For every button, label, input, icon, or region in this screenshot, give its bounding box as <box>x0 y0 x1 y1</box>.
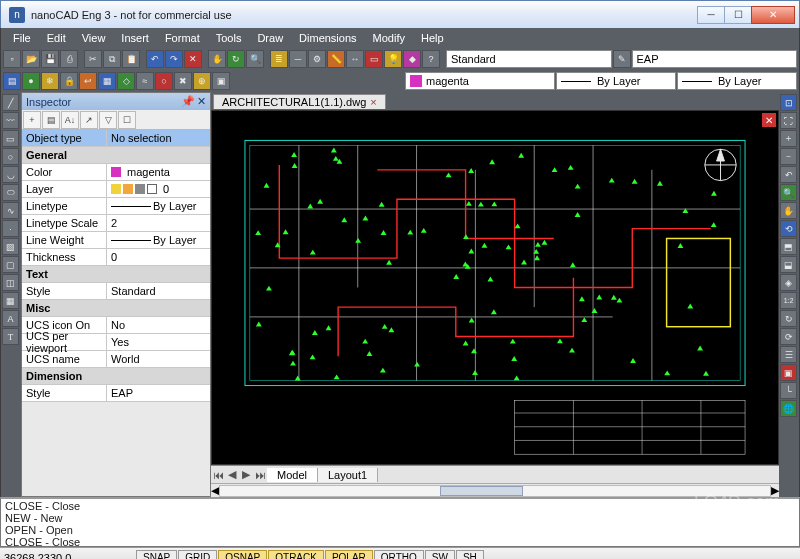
tab-layout1[interactable]: Layout1 <box>318 468 378 482</box>
measure-icon[interactable]: 📏 <box>327 50 345 68</box>
ucs-icon[interactable]: └ <box>780 382 797 399</box>
tab-last-icon[interactable]: ⏭ <box>253 469 267 481</box>
view-top-icon[interactable]: ⬒ <box>780 238 797 255</box>
menu-view[interactable]: View <box>74 30 114 46</box>
menu-modify[interactable]: Modify <box>365 30 413 46</box>
layer-lock-icon[interactable]: 🔒 <box>60 72 78 90</box>
render-icon[interactable]: ◆ <box>403 50 421 68</box>
prop-row[interactable]: UCS per viewportYes <box>22 334 210 351</box>
layers-icon[interactable]: ≣ <box>270 50 288 68</box>
tab-next-icon[interactable]: ▶ <box>239 468 253 481</box>
prop-row[interactable]: Linetype By Layer <box>22 198 210 215</box>
regen-all-icon[interactable]: ↻ <box>780 310 797 327</box>
menu-tools[interactable]: Tools <box>208 30 250 46</box>
redo-icon[interactable]: ↷ <box>165 50 183 68</box>
layer-del-icon[interactable]: ✖ <box>174 72 192 90</box>
menu-edit[interactable]: Edit <box>39 30 74 46</box>
prop-row[interactable]: StyleStandard <box>22 283 210 300</box>
zoom-realtime-icon[interactable]: 🔍 <box>780 184 797 201</box>
command-line[interactable]: CLOSE - Close NEW - New OPEN - Open CLOS… <box>0 497 800 547</box>
toggle-osnap[interactable]: OSNAP <box>218 550 267 559</box>
vport-icon[interactable]: ▣ <box>780 364 797 381</box>
orbit-icon[interactable]: ⟲ <box>780 220 797 237</box>
redraw-icon[interactable]: ⟳ <box>780 328 797 345</box>
prop-group-text[interactable]: Text <box>22 266 210 283</box>
dist-icon[interactable]: ↔ <box>346 50 364 68</box>
layer-freeze-icon[interactable]: ❄ <box>41 72 59 90</box>
dtext-tool-icon[interactable]: T <box>2 328 19 345</box>
dimstyle-field[interactable]: Standard <box>446 50 612 68</box>
paste-icon[interactable]: 📋 <box>122 50 140 68</box>
light-icon[interactable]: 💡 <box>384 50 402 68</box>
block-tool-icon[interactable]: ◫ <box>2 274 19 291</box>
copy-icon[interactable]: ⧉ <box>103 50 121 68</box>
layer-state-icon[interactable]: ▣ <box>212 72 230 90</box>
cut-icon[interactable]: ✂ <box>84 50 102 68</box>
close-button[interactable]: ✕ <box>751 6 795 24</box>
rect-tool-icon[interactable]: ▭ <box>2 130 19 147</box>
prop-row[interactable]: Colormagenta <box>22 164 210 181</box>
ellipse-tool-icon[interactable]: ⬭ <box>2 184 19 201</box>
line-tool-icon[interactable]: ╱ <box>2 94 19 111</box>
zoom-extents-icon[interactable]: ⛶ <box>780 112 797 129</box>
named-views-icon[interactable]: ☰ <box>780 346 797 363</box>
linetype-field[interactable]: By Layer <box>556 72 676 90</box>
inspector-pin-icon[interactable]: 📌 <box>181 95 195 108</box>
inspector-close-icon[interactable]: ✕ <box>197 95 206 108</box>
properties-icon[interactable]: ⚙ <box>308 50 326 68</box>
arc-tool-icon[interactable]: ◡ <box>2 166 19 183</box>
prop-row[interactable]: UCS nameWorld <box>22 351 210 368</box>
zoom-window-icon[interactable]: ⊡ <box>780 94 797 111</box>
point-tool-icon[interactable]: · <box>2 220 19 237</box>
zoom-prev-icon[interactable]: ↶ <box>780 166 797 183</box>
toggle-sw[interactable]: SW <box>425 550 455 559</box>
layer-off-icon[interactable]: ○ <box>155 72 173 90</box>
drawing-canvas[interactable]: ✕ <box>211 110 779 465</box>
view-iso-icon[interactable]: ◈ <box>780 274 797 291</box>
viewport-close-icon[interactable]: ✕ <box>762 113 776 127</box>
mtext-tool-icon[interactable]: A <box>2 310 19 327</box>
menu-dimensions[interactable]: Dimensions <box>291 30 364 46</box>
spline-tool-icon[interactable]: ∿ <box>2 202 19 219</box>
insp-filter-icon[interactable]: ▽ <box>99 111 117 129</box>
toggle-polar[interactable]: POLAR <box>325 550 373 559</box>
prop-row[interactable]: StyleEAP <box>22 385 210 402</box>
prop-group-general[interactable]: General <box>22 147 210 164</box>
color-field[interactable]: magenta <box>405 72 555 90</box>
open-icon[interactable]: 📂 <box>22 50 40 68</box>
textstyle-field[interactable]: EAP <box>632 50 798 68</box>
erase-icon[interactable]: ✕ <box>184 50 202 68</box>
menu-format[interactable]: Format <box>157 30 208 46</box>
zoom-icon[interactable]: 🔍 <box>246 50 264 68</box>
toggle-ortho[interactable]: ORTHO <box>374 550 424 559</box>
layer-manager-icon[interactable]: ▤ <box>3 72 21 90</box>
lineweight-field[interactable]: By Layer <box>677 72 797 90</box>
insp-sort-icon[interactable]: A↓ <box>61 111 79 129</box>
document-tab-close-icon[interactable]: × <box>370 96 376 108</box>
prop-row[interactable]: Layer0 <box>22 181 210 198</box>
prop-group-dimension[interactable]: Dimension <box>22 368 210 385</box>
undo-icon[interactable]: ↶ <box>146 50 164 68</box>
layer-merge-icon[interactable]: ⊕ <box>193 72 211 90</box>
polyline-tool-icon[interactable]: 〰 <box>2 112 19 129</box>
menu-insert[interactable]: Insert <box>113 30 157 46</box>
document-tab-active[interactable]: ARCHITECTURAL1(1.1).dwg × <box>213 94 386 109</box>
minimize-button[interactable]: ─ <box>697 6 725 24</box>
view-front-icon[interactable]: ⬓ <box>780 256 797 273</box>
save-icon[interactable]: 💾 <box>41 50 59 68</box>
regen-icon[interactable]: ↻ <box>227 50 245 68</box>
scroll-right-icon[interactable]: ▶ <box>771 484 779 497</box>
circle-tool-icon[interactable]: ○ <box>2 148 19 165</box>
prop-row[interactable]: Linetype Scale2 <box>22 215 210 232</box>
table-tool-icon[interactable]: ▦ <box>2 292 19 309</box>
tab-prev-icon[interactable]: ◀ <box>225 468 239 481</box>
scroll-left-icon[interactable]: ◀ <box>211 484 219 497</box>
prop-group-misc[interactable]: Misc <box>22 300 210 317</box>
scroll-thumb[interactable] <box>440 486 523 496</box>
pan-realtime-icon[interactable]: ✋ <box>780 202 797 219</box>
zoom-in-icon[interactable]: ＋ <box>780 130 797 147</box>
hatch-tool-icon[interactable]: ▨ <box>2 238 19 255</box>
prop-row[interactable]: Line Weight By Layer <box>22 232 210 249</box>
toggle-sh[interactable]: SH <box>456 550 484 559</box>
insp-sel-icon[interactable]: ☐ <box>118 111 136 129</box>
